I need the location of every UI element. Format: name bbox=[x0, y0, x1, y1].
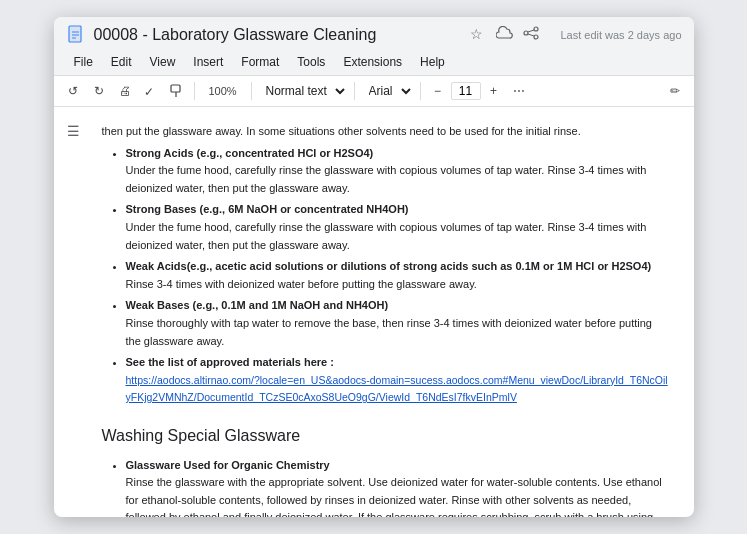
outline-icon[interactable]: ☰ bbox=[67, 123, 80, 139]
star-icon[interactable]: ☆ bbox=[470, 26, 488, 44]
bullet-title: See the list of approved materials here … bbox=[126, 356, 334, 368]
section-heading-washing: Washing Special Glassware bbox=[102, 423, 670, 449]
bullet-title: Strong Acids (e.g., concentrated HCl or … bbox=[126, 147, 374, 159]
share-icon[interactable] bbox=[522, 26, 540, 44]
menu-format[interactable]: Format bbox=[233, 51, 287, 73]
toolbar-separator-1 bbox=[194, 82, 195, 100]
bullet-body: Rinse the glassware with the appropriate… bbox=[126, 476, 662, 517]
svg-point-7 bbox=[534, 35, 538, 39]
svg-rect-0 bbox=[69, 26, 81, 42]
paint-format-button[interactable] bbox=[166, 80, 188, 102]
list-item: Strong Bases (e.g., 6M NaOH or concentra… bbox=[126, 201, 670, 254]
toolbar-separator-2 bbox=[251, 82, 252, 100]
bullet-body: Rinse 3-4 times with deionized water bef… bbox=[126, 278, 477, 290]
font-select[interactable]: Arial bbox=[361, 82, 414, 100]
last-edit-label: Last edit was 2 days ago bbox=[560, 29, 681, 41]
undo-button[interactable]: ↺ bbox=[62, 80, 84, 102]
doc-margin-left: ☰ bbox=[54, 107, 94, 517]
list-item: Weak Acids(e.g., acetic acid solutions o… bbox=[126, 258, 670, 293]
bullet-list-2: Glassware Used for Organic Chemistry Rin… bbox=[102, 457, 670, 518]
bullet-title: Strong Bases (e.g., 6M NaOH or concentra… bbox=[126, 203, 409, 215]
list-item: See the list of approved materials here … bbox=[126, 354, 670, 407]
menu-extensions[interactable]: Extensions bbox=[335, 51, 410, 73]
doc-icon bbox=[66, 25, 86, 45]
svg-rect-11 bbox=[171, 85, 180, 92]
menu-view[interactable]: View bbox=[142, 51, 184, 73]
font-size-increase[interactable]: + bbox=[483, 80, 505, 102]
style-select[interactable]: Normal text bbox=[258, 82, 348, 100]
toolbar-separator-3 bbox=[354, 82, 355, 100]
document-title: 00008 - Laboratory Glassware Cleaning bbox=[94, 26, 463, 44]
approved-materials-link[interactable]: https://aodocs.altirnao.com/?locale=en_U… bbox=[126, 374, 668, 404]
print-button[interactable]: 🖨 bbox=[114, 80, 136, 102]
list-item: Glassware Used for Organic Chemistry Rin… bbox=[126, 457, 670, 518]
toolbar: ↺ ↻ 🖨 ✓ 100% Normal text Arial − + ⋯ bbox=[54, 76, 694, 107]
svg-line-9 bbox=[528, 34, 534, 36]
spellcheck-button[interactable]: ✓ bbox=[140, 80, 162, 102]
font-size-decrease[interactable]: − bbox=[427, 80, 449, 102]
cloud-icon[interactable] bbox=[496, 26, 514, 44]
bullet-list-1: Strong Acids (e.g., concentrated HCl or … bbox=[102, 145, 670, 407]
title-bar: 00008 - Laboratory Glassware Cleaning ☆ bbox=[54, 17, 694, 76]
menu-edit[interactable]: Edit bbox=[103, 51, 140, 73]
bullet-title: Glassware Used for Organic Chemistry bbox=[126, 459, 330, 471]
intro-paragraph: then put the glassware away. In some sit… bbox=[102, 123, 670, 141]
menu-bar: File Edit View Insert Format Tools Exten… bbox=[66, 49, 682, 75]
bullet-body: Rinse thoroughly with tap water to remov… bbox=[126, 317, 652, 347]
pencil-button[interactable]: ✏ bbox=[664, 80, 686, 102]
zoom-select[interactable]: 100% bbox=[201, 80, 245, 102]
list-item: Strong Acids (e.g., concentrated HCl or … bbox=[126, 145, 670, 198]
toolbar-right: ✏ bbox=[664, 80, 686, 102]
svg-text:✓: ✓ bbox=[144, 85, 154, 99]
svg-line-8 bbox=[528, 30, 534, 32]
document-content: then put the glassware away. In some sit… bbox=[94, 107, 694, 517]
more-options-button[interactable]: ⋯ bbox=[509, 82, 529, 100]
bullet-title: Weak Bases (e.g., 0.1M and 1M NaOH and N… bbox=[126, 299, 389, 311]
document-window: 00008 - Laboratory Glassware Cleaning ☆ bbox=[54, 17, 694, 517]
menu-tools[interactable]: Tools bbox=[289, 51, 333, 73]
document-body: ☰ then put the glassware away. In some s… bbox=[54, 107, 694, 517]
bullet-body: Under the fume hood, carefully rinse the… bbox=[126, 164, 647, 194]
menu-file[interactable]: File bbox=[66, 51, 101, 73]
bullet-title: Weak Acids(e.g., acetic acid solutions o… bbox=[126, 260, 652, 272]
list-item: Weak Bases (e.g., 0.1M and 1M NaOH and N… bbox=[126, 297, 670, 350]
font-size-control: − + bbox=[427, 80, 505, 102]
svg-point-6 bbox=[524, 31, 528, 35]
menu-insert[interactable]: Insert bbox=[185, 51, 231, 73]
font-size-input[interactable] bbox=[451, 82, 481, 100]
redo-button[interactable]: ↻ bbox=[88, 80, 110, 102]
bullet-body: Under the fume hood, carefully rinse the… bbox=[126, 221, 647, 251]
svg-point-5 bbox=[534, 27, 538, 31]
toolbar-separator-4 bbox=[420, 82, 421, 100]
menu-help[interactable]: Help bbox=[412, 51, 453, 73]
